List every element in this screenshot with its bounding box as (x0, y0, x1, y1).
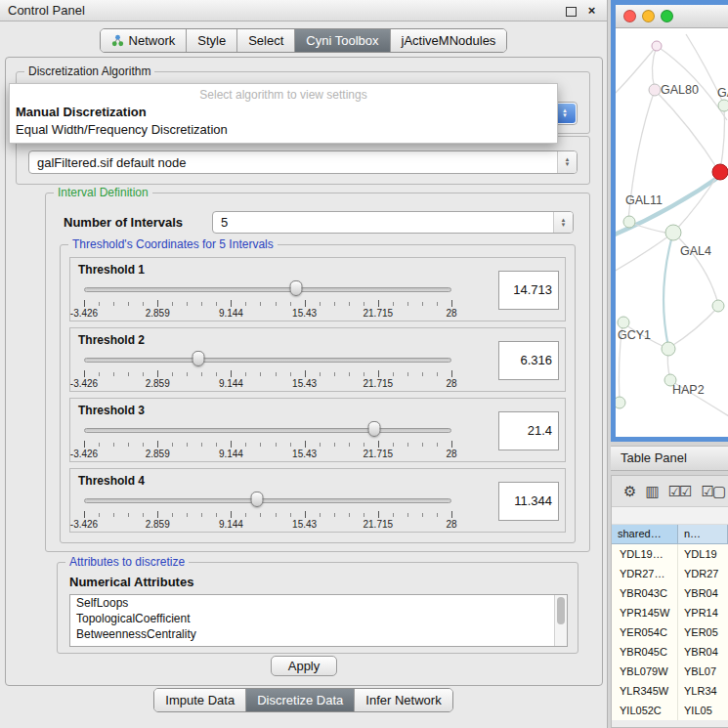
slider-track[interactable] (84, 428, 451, 433)
attribute-item-topologicalcoefficient[interactable]: TopologicalCoefficient (70, 611, 567, 626)
attributes-scrollbar[interactable] (554, 595, 567, 646)
column-header-n[interactable]: n… (678, 525, 728, 544)
scale-label: 15.43 (292, 308, 317, 319)
table-row[interactable]: YBL079WYBL07 (612, 662, 728, 681)
threshold-slider[interactable] (84, 350, 451, 367)
tab-discretize-data[interactable]: Discretize Data (246, 689, 355, 711)
apply-button[interactable]: Apply (271, 656, 337, 676)
tab-impute-data[interactable]: Impute Data (154, 689, 246, 711)
scale-label: 21.715 (364, 519, 394, 530)
network-node-gcy1[interactable] (618, 317, 629, 328)
tick-mark (422, 302, 423, 306)
network-edge[interactable] (670, 307, 718, 347)
close-button[interactable] (623, 10, 636, 22)
tick-mark (260, 302, 261, 306)
table-data-combobox[interactable]: galFiltered.sif default node ▲ ▼ (28, 150, 578, 174)
tab-jactivemnodules[interactable]: jActiveMNodules (391, 29, 507, 52)
scale-label: 21.715 (364, 449, 394, 459)
network-node-bottom-left[interactable] (616, 397, 625, 408)
tab-select[interactable]: Select (237, 29, 295, 52)
table-row[interactable]: YPR145WYPR14 (612, 603, 728, 622)
tab-style[interactable]: Style (187, 29, 237, 52)
intervals-stepper-icon[interactable]: ▲ ▼ (553, 212, 573, 233)
float-window-icon[interactable] (563, 3, 578, 18)
network-edge[interactable] (664, 233, 673, 347)
control-panel-titlebar[interactable]: Control Panel × (0, 0, 607, 21)
network-edge[interactable] (630, 223, 665, 233)
number-of-intervals-combobox[interactable]: 5 ▲ ▼ (212, 211, 574, 234)
network-edge[interactable] (616, 234, 672, 274)
network-canvas[interactable]: GAL80GAGAL11GAL4GCY1HAP2 (616, 28, 728, 437)
tick-mark (451, 441, 452, 448)
popup-option-equal-width-frequency-discretization[interactable]: Equal Width/Frequency Discretization (10, 121, 557, 139)
slider-thumb[interactable] (368, 421, 381, 437)
slider-thumb[interactable] (250, 492, 263, 507)
tick-mark (378, 441, 379, 448)
slider-track[interactable] (84, 287, 451, 292)
network-edge[interactable] (655, 90, 718, 170)
table-row[interactable]: YBR043CYBR04 (612, 583, 728, 603)
table-panel-titlebar[interactable]: Table Panel (611, 446, 728, 471)
threshold-value-field[interactable]: 14.713 (498, 271, 559, 310)
tab-network[interactable]: Network (101, 29, 188, 52)
tick-mark (113, 372, 114, 376)
column-layout-icon[interactable]: ▥ (645, 484, 657, 498)
tick-mark (320, 513, 321, 517)
network-edge[interactable] (652, 46, 657, 89)
threshold-slider[interactable] (84, 279, 451, 297)
slider-thumb[interactable] (290, 280, 303, 296)
popup-option-manual-discretization[interactable]: Manual Discretization (10, 104, 557, 121)
tick-mark (320, 443, 321, 447)
table-settings-gear-icon[interactable]: ⚙ (623, 484, 634, 498)
threshold-slider[interactable] (84, 491, 451, 508)
tick-mark (349, 372, 350, 376)
tick-mark (305, 370, 306, 377)
table-row[interactable]: YIL052CYIL05 (612, 701, 728, 720)
network-node-right-mid[interactable] (712, 300, 724, 312)
attribute-item-betweennesscentrality[interactable]: BetweennessCentrality (70, 626, 567, 642)
network-node-red-selected[interactable] (712, 164, 728, 180)
network-node-pink-top[interactable] (652, 41, 662, 51)
tick-mark (231, 370, 232, 377)
tab-cyni-toolbox[interactable]: Cyni Toolbox (295, 29, 390, 52)
algorithm-popup[interactable]: Select algorithm to view settingsManual … (9, 83, 558, 144)
network-node-gal11[interactable] (623, 216, 635, 228)
slider-thumb[interactable] (192, 351, 204, 366)
column-header-shared[interactable]: shared… (612, 525, 678, 544)
table-row[interactable]: YDR27…YDR27 (612, 564, 728, 583)
threshold-value-field[interactable]: 11.344 (498, 482, 559, 521)
tick-mark (305, 511, 306, 518)
close-icon[interactable]: × (584, 3, 599, 18)
attribute-item-selfloops[interactable]: SelfLoops (70, 595, 567, 611)
tick-mark (157, 370, 158, 377)
threshold-slider[interactable] (84, 420, 451, 438)
attributes-group: Attributes to discretize Numerical Attri… (57, 562, 578, 654)
selection-mode-icon[interactable]: ☑▢ (702, 484, 725, 498)
tab-infer-network[interactable]: Infer Network (355, 689, 451, 711)
threshold-value-field[interactable]: 6.316 (498, 341, 559, 380)
minimize-button[interactable] (642, 10, 655, 22)
network-node-gal4[interactable] (665, 225, 681, 240)
network-node-center-lower[interactable] (662, 342, 675, 356)
network-view-window[interactable]: GAL80GAGAL11GAL4GCY1HAP2 (611, 0, 728, 442)
tick-mark (157, 511, 158, 518)
threshold-value-field[interactable]: 21.4 (498, 411, 559, 450)
zoom-button[interactable] (661, 10, 673, 22)
table-row[interactable]: YBR045CYBR04 (612, 642, 728, 662)
network-node-gal80[interactable] (649, 84, 661, 96)
network-node-right-upper[interactable] (718, 100, 728, 111)
scrollbar-thumb[interactable] (557, 597, 565, 624)
table-row[interactable]: YDL19…YDL19 (612, 544, 728, 564)
scale-label: 15.43 (292, 378, 317, 389)
slider-track[interactable] (84, 358, 451, 363)
attributes-listbox[interactable]: SelfLoopsTopologicalCoefficientBetweenne… (69, 594, 568, 647)
table-row[interactable]: YER054CYER05 (612, 622, 728, 642)
table-row[interactable]: YLR345WYLR34 (612, 681, 728, 701)
network-window-titlebar[interactable] (616, 5, 728, 28)
select-columns-icon[interactable]: ☑☑ (668, 484, 691, 498)
table-data-stepper-icon[interactable]: ▲ ▼ (557, 151, 577, 173)
tick-mark (276, 372, 277, 376)
network-edge[interactable] (720, 107, 725, 171)
tick-mark (245, 372, 246, 376)
slider-track[interactable] (84, 498, 451, 503)
